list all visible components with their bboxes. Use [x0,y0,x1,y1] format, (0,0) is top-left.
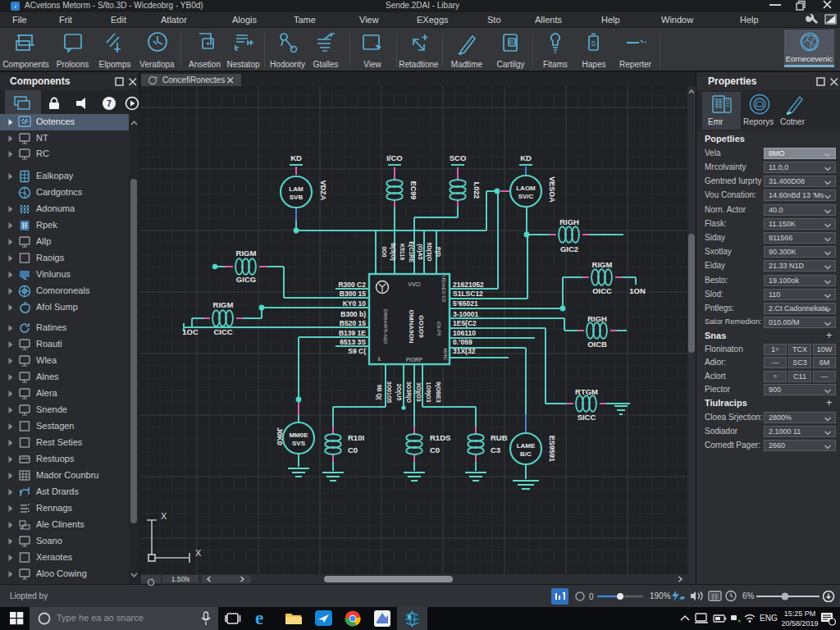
svg-text:ES9591: ES9591 [548,436,556,462]
svg-text:S9 C(: S9 C( [348,347,366,355]
svg-text:VESOA: VESOA [548,176,556,203]
svg-text:B: B [509,39,513,46]
svg-text:X: X [161,511,167,521]
svg-text:OICC: OICC [592,286,612,295]
svg-text:(O)A5: (O)A5 [417,244,423,259]
svg-text:5’65021: 5’65021 [453,299,478,308]
svg-text:OICB: OICB [587,340,607,349]
svg-text:RIGM: RIGM [592,260,613,269]
svg-text:B/C: B/C [520,450,532,458]
svg-text:B(5(O): B(5(O) [390,243,396,260]
svg-text:R1DS: R1DS [430,433,450,442]
svg-text:C3: C3 [491,445,500,454]
svg-text:B520 15: B520 15 [340,319,366,327]
svg-text:RUB: RUB [491,433,508,442]
svg-text:RIGM: RIGM [236,249,257,258]
svg-text:RIGH: RIGH [559,217,579,226]
svg-text:ii.: ii. [378,356,382,362]
svg-text:SV/C: SV/C [518,193,534,200]
svg-text:RIGH: RIGH [587,314,607,323]
svg-text:31X(32: 31X(32 [453,347,476,355]
svg-text:E(C1RE: E(C1RE [408,241,414,262]
svg-text:I/CO: I/CO [386,153,403,162]
svg-text:6513 3S: 6513 3S [340,338,366,346]
svg-text:0O0: 0O0 [381,246,387,257]
svg-text:K5119: K5119 [399,244,405,260]
svg-text:B139 1E: B139 1E [339,329,366,337]
svg-text:VDZA: VDZA [319,180,327,201]
svg-text:S1LSC12: S1LSC12 [453,290,483,298]
svg-text:KD: KD [290,153,302,162]
svg-text:21621052: 21621052 [453,281,484,289]
svg-text:S: S [591,39,596,48]
svg-text:SICC: SICC [578,413,596,422]
svg-text:LAM: LAM [289,185,304,193]
svg-text:LAOM: LAOM [516,185,536,192]
svg-text:-C9-P5: -C9-P5 [436,320,441,336]
svg-text:3O01O5: 3O01O5 [386,381,392,404]
svg-text:GICG: GICG [236,275,256,284]
svg-text:106110: 106110 [453,329,476,337]
svg-text:R10I: R10I [348,433,364,442]
svg-text:SCO: SCO [450,153,467,162]
svg-text:2O(U5: 2O(U5 [395,384,402,401]
svg-text:RIGM: RIGM [213,300,234,309]
svg-text:1ON: 1ON [629,286,646,295]
svg-text:LAME: LAME [517,442,536,450]
svg-text:9B Q(: 9B Q( [376,385,382,400]
svg-text:P/ORP: P/ORP [406,357,422,363]
svg-text:1E5(C2: 1E5(C2 [453,319,477,327]
svg-text:7: 7 [107,99,112,108]
svg-text:CICC: CICC [213,327,232,336]
svg-text:1OC: 1OC [182,327,199,336]
svg-text:3O3R(O: 3O3R(O [405,381,412,404]
svg-text:X: X [195,548,202,558]
svg-text:GO1O9: GO1O9 [418,315,425,338]
svg-text:0: 0 [589,592,594,601]
svg-text:0.’059: 0.’059 [453,338,472,346]
svg-text:SVB: SVB [290,194,304,201]
svg-text:EC99: EC99 [409,181,418,200]
svg-text:3-10001: 3-10001 [453,310,478,318]
svg-text:UEimES C0: UEimES C0 [441,276,446,303]
svg-text:9D(3(O: 9D(3(O [426,243,432,262]
svg-text:P(D: P(D [435,247,441,257]
svg-text:VVCi: VVCi [409,281,421,287]
svg-text:R300 C2: R300 C2 [338,281,366,289]
svg-text:KY0 10: KY0 10 [343,299,367,308]
svg-text:B300 15: B300 15 [340,290,366,298]
svg-text:KD: KD [520,153,532,162]
svg-text:1O9)O3: 1O9)O3 [425,382,431,403]
svg-text:OMNA9ON: OMNA9ON [408,310,415,344]
svg-text:RTGM: RTGM [575,387,598,396]
svg-text:GIC2: GIC2 [560,244,578,253]
svg-text:L022: L022 [472,182,481,199]
svg-text:9(OBE3: 9(OBE3 [435,381,441,402]
svg-text:MM0E: MM0E [289,431,308,439]
svg-text:M/4C: M/4C [443,349,448,361]
svg-text:C0: C0 [348,445,358,454]
svg-text:DIN5A4P5-AI(D: DIN5A4P5-AI(D [383,309,388,345]
svg-text:SVS: SVS [292,440,306,447]
svg-text:B300 b): B300 b) [340,310,366,318]
svg-text:3O)(O3: 3O)(O3 [415,382,422,401]
svg-text:J0K0: J0K0 [276,427,284,445]
svg-text:C0: C0 [430,445,440,454]
